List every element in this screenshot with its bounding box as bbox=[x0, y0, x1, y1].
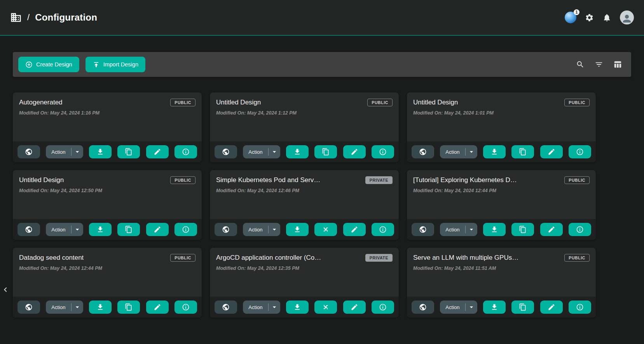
action-split-button[interactable]: Action bbox=[46, 301, 83, 314]
download-button[interactable] bbox=[286, 223, 309, 236]
clone-button[interactable] bbox=[117, 301, 140, 314]
visibility-globe-button[interactable] bbox=[215, 145, 237, 158]
action-button-label[interactable]: Action bbox=[243, 304, 268, 310]
edit-button[interactable] bbox=[146, 145, 169, 158]
copy-icon bbox=[519, 148, 527, 156]
download-button[interactable] bbox=[286, 301, 309, 314]
action-dropdown-toggle[interactable] bbox=[466, 226, 477, 233]
action-dropdown-toggle[interactable] bbox=[72, 148, 83, 156]
visibility-globe-button[interactable] bbox=[215, 223, 237, 236]
action-dropdown-toggle[interactable] bbox=[72, 226, 83, 233]
globe-icon bbox=[222, 226, 230, 233]
download-button[interactable] bbox=[89, 301, 112, 314]
design-spiral-button[interactable] bbox=[314, 301, 337, 314]
action-button-label[interactable]: Action bbox=[440, 149, 465, 155]
info-button[interactable] bbox=[569, 301, 591, 314]
action-split-button[interactable]: Action bbox=[440, 301, 477, 314]
visibility-globe-button[interactable] bbox=[215, 301, 237, 314]
info-button[interactable] bbox=[175, 223, 197, 236]
info-button[interactable] bbox=[569, 223, 591, 236]
filter-button[interactable] bbox=[595, 60, 603, 69]
action-button-label[interactable]: Action bbox=[243, 149, 268, 155]
user-menu-button[interactable] bbox=[620, 10, 634, 24]
info-button[interactable] bbox=[372, 145, 394, 158]
edit-button[interactable] bbox=[146, 301, 169, 314]
clone-button[interactable] bbox=[117, 223, 140, 236]
create-design-button[interactable]: Create Design bbox=[18, 57, 79, 72]
visibility-globe-button[interactable] bbox=[17, 301, 40, 314]
caret-down-icon bbox=[73, 226, 81, 233]
design-card: ArgoCD application controller (Co… PRIVA… bbox=[210, 248, 399, 318]
import-design-button[interactable]: Import Design bbox=[86, 57, 145, 72]
visibility-globe-button[interactable] bbox=[412, 301, 434, 314]
action-split-button[interactable]: Action bbox=[440, 145, 477, 158]
download-button[interactable] bbox=[483, 301, 506, 314]
info-button[interactable] bbox=[175, 301, 197, 314]
card-actions: Action bbox=[210, 141, 399, 162]
action-dropdown-toggle[interactable] bbox=[269, 226, 280, 233]
visibility-globe-button[interactable] bbox=[17, 145, 40, 158]
edit-button[interactable] bbox=[540, 145, 563, 158]
card-body: Untitled Design PUBLIC Modified On: May … bbox=[210, 92, 399, 141]
design-card: [Tutorial] Exploring Kubernetes D… PUBLI… bbox=[407, 170, 596, 240]
settings-button[interactable] bbox=[585, 13, 594, 22]
action-button-label[interactable]: Action bbox=[46, 227, 71, 233]
visibility-globe-button[interactable] bbox=[412, 223, 434, 236]
action-dropdown-toggle[interactable] bbox=[269, 148, 280, 156]
copy-icon bbox=[519, 303, 527, 311]
globe-icon bbox=[222, 303, 230, 311]
modified-on-text: Modified On: May 24, 2024 1:16 PM bbox=[19, 110, 195, 116]
visibility-globe-button[interactable] bbox=[17, 223, 40, 236]
download-button[interactable] bbox=[286, 145, 309, 158]
edit-button[interactable] bbox=[540, 301, 563, 314]
modified-on-text: Modified On: May 24, 2024 11:51 AM bbox=[413, 266, 590, 271]
download-icon bbox=[293, 303, 301, 311]
card-actions: Action bbox=[210, 297, 399, 318]
clone-button[interactable] bbox=[511, 223, 534, 236]
action-dropdown-toggle[interactable] bbox=[269, 303, 280, 311]
action-button-label[interactable]: Action bbox=[46, 304, 71, 310]
design-spiral-button[interactable] bbox=[314, 223, 337, 236]
info-button[interactable] bbox=[569, 145, 591, 158]
info-button[interactable] bbox=[372, 301, 394, 314]
clone-button[interactable] bbox=[117, 145, 140, 158]
action-dropdown-toggle[interactable] bbox=[72, 303, 83, 311]
edit-button[interactable] bbox=[540, 223, 563, 236]
action-split-button[interactable]: Action bbox=[440, 223, 477, 236]
pencil-icon bbox=[351, 303, 358, 311]
card-actions: Action bbox=[210, 219, 399, 240]
collapse-drawer-button[interactable] bbox=[0, 284, 11, 295]
download-button[interactable] bbox=[483, 145, 506, 158]
edit-button[interactable] bbox=[343, 223, 366, 236]
edit-button[interactable] bbox=[146, 223, 169, 236]
search-button[interactable] bbox=[576, 60, 585, 69]
action-button-label[interactable]: Action bbox=[243, 227, 268, 233]
download-button[interactable] bbox=[89, 223, 112, 236]
design-title: Serve an LLM with multiple GPUs… bbox=[413, 254, 518, 262]
notifications-button[interactable] bbox=[602, 13, 611, 22]
action-split-button[interactable]: Action bbox=[46, 145, 83, 158]
table-view-button[interactable] bbox=[613, 60, 622, 69]
clone-button[interactable] bbox=[511, 145, 534, 158]
edit-button[interactable] bbox=[343, 301, 366, 314]
action-split-button[interactable]: Action bbox=[243, 223, 280, 236]
provider-button[interactable]: 1 bbox=[565, 12, 576, 23]
edit-button[interactable] bbox=[343, 145, 366, 158]
caret-down-icon bbox=[271, 303, 278, 311]
action-split-button[interactable]: Action bbox=[46, 223, 83, 236]
info-button[interactable] bbox=[175, 145, 197, 158]
download-button[interactable] bbox=[89, 145, 112, 158]
action-button-label[interactable]: Action bbox=[46, 149, 71, 155]
clone-button[interactable] bbox=[511, 301, 534, 314]
info-button[interactable] bbox=[372, 223, 394, 236]
action-button-label[interactable]: Action bbox=[440, 227, 465, 233]
action-button-label[interactable]: Action bbox=[440, 304, 465, 310]
clone-button[interactable] bbox=[314, 145, 337, 158]
visibility-globe-button[interactable] bbox=[412, 145, 434, 158]
page-title: Configuration bbox=[35, 12, 97, 23]
action-dropdown-toggle[interactable] bbox=[466, 148, 477, 156]
action-dropdown-toggle[interactable] bbox=[466, 303, 477, 311]
download-button[interactable] bbox=[483, 223, 506, 236]
action-split-button[interactable]: Action bbox=[243, 301, 280, 314]
action-split-button[interactable]: Action bbox=[243, 145, 280, 158]
